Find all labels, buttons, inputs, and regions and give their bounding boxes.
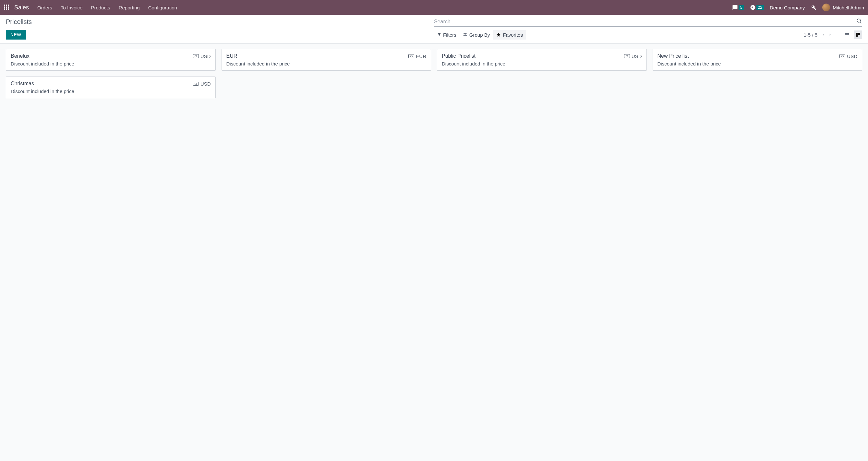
activities-badge: 22 (756, 5, 764, 10)
app-brand[interactable]: Sales (14, 4, 29, 11)
currency-code: EUR (416, 54, 426, 59)
card-name: New Price list (657, 53, 689, 59)
pricelist-card[interactable]: Public Pricelist USD Discount included i… (437, 49, 647, 71)
avatar (822, 4, 830, 11)
discuss-button[interactable]: 5 (732, 4, 744, 10)
filter-icon (437, 33, 441, 37)
card-name: EUR (226, 53, 238, 59)
card-header: Public Pricelist USD (442, 53, 642, 59)
filters-label: Filters (443, 32, 456, 38)
search-row (434, 18, 862, 27)
money-icon (839, 54, 845, 58)
nav-menu: Orders To Invoice Products Reporting Con… (37, 5, 177, 10)
currency-code: USD (847, 54, 857, 59)
activities-button[interactable]: 22 (750, 4, 764, 10)
kanban-view: Benelux USD Discount included in the pri… (0, 44, 868, 103)
pricelist-card[interactable]: EUR EUR Discount included in the price (221, 49, 431, 71)
kanban-view-button[interactable] (854, 30, 862, 39)
card-currency: USD (193, 54, 211, 59)
user-menu[interactable]: Mitchell Admin (822, 4, 864, 11)
company-switcher[interactable]: Demo Company (770, 5, 805, 10)
search-area (434, 18, 862, 27)
apps-icon[interactable] (4, 4, 10, 10)
nav-right: 5 22 Demo Company Mitchell Admin (732, 4, 864, 11)
card-currency: USD (193, 81, 211, 87)
pager-arrows (822, 32, 832, 37)
layers-icon (463, 32, 467, 37)
search-input[interactable] (434, 19, 856, 25)
cp-toolbar: Filters Group By Favorites 1-5 / 5 (434, 30, 862, 39)
debug-button[interactable] (811, 4, 816, 10)
nav-configuration[interactable]: Configuration (148, 5, 177, 10)
page-title: Pricelists (6, 18, 32, 26)
currency-code: USD (631, 54, 642, 59)
star-icon (496, 32, 501, 37)
user-name: Mitchell Admin (833, 5, 864, 10)
pager-text: 1-5 / 5 (803, 32, 817, 38)
nav-left: Sales Orders To Invoice Products Reporti… (4, 4, 177, 11)
card-header: New Price list USD (657, 53, 858, 59)
card-name: Benelux (11, 53, 30, 59)
main-navbar: Sales Orders To Invoice Products Reporti… (0, 0, 868, 15)
cp-bottom: NEW Filters Group By Favorites 1-5 / 5 (6, 30, 862, 39)
search-icon[interactable] (856, 18, 862, 25)
card-header: EUR EUR (226, 53, 427, 59)
filters-button[interactable]: Filters (434, 30, 460, 39)
list-icon (844, 32, 850, 37)
card-header: Christmas USD (11, 81, 211, 87)
chevron-left-icon[interactable] (822, 32, 825, 37)
view-switch (843, 30, 862, 39)
favorites-label: Favorites (503, 32, 523, 38)
card-description: Discount included in the price (11, 61, 211, 66)
discuss-badge: 5 (739, 5, 744, 10)
groupby-button[interactable]: Group By (460, 30, 493, 39)
pricelist-card[interactable]: New Price list USD Discount included in … (653, 49, 863, 71)
wrench-icon (811, 4, 816, 10)
kanban-icon (855, 32, 861, 37)
card-currency: USD (839, 54, 857, 59)
pricelist-card[interactable]: Christmas USD Discount included in the p… (6, 76, 216, 98)
pager: 1-5 / 5 (803, 30, 862, 39)
card-header: Benelux USD (11, 53, 211, 59)
money-icon (193, 54, 199, 58)
chat-icon (732, 4, 738, 10)
card-currency: USD (624, 54, 642, 59)
chevron-right-icon[interactable] (829, 32, 832, 37)
nav-orders[interactable]: Orders (37, 5, 52, 10)
money-icon (624, 54, 630, 58)
pricelist-card[interactable]: Benelux USD Discount included in the pri… (6, 49, 216, 71)
card-description: Discount included in the price (226, 61, 427, 66)
card-currency: EUR (408, 54, 426, 59)
nav-reporting[interactable]: Reporting (119, 5, 140, 10)
currency-code: USD (200, 54, 211, 59)
new-button[interactable]: NEW (6, 30, 26, 39)
card-description: Discount included in the price (657, 61, 858, 66)
clock-icon (750, 4, 756, 10)
nav-to-invoice[interactable]: To Invoice (61, 5, 83, 10)
card-name: Public Pricelist (442, 53, 475, 59)
cp-top: Pricelists (6, 18, 862, 27)
currency-code: USD (200, 81, 211, 87)
money-icon (408, 54, 414, 58)
groupby-label: Group By (469, 32, 490, 38)
card-description: Discount included in the price (11, 89, 211, 94)
nav-products[interactable]: Products (91, 5, 110, 10)
card-name: Christmas (11, 81, 34, 87)
list-view-button[interactable] (843, 30, 851, 39)
favorites-button[interactable]: Favorites (493, 30, 526, 39)
control-panel: Pricelists NEW Filters Group By Favor (0, 15, 868, 44)
card-description: Discount included in the price (442, 61, 642, 66)
money-icon (193, 82, 199, 86)
